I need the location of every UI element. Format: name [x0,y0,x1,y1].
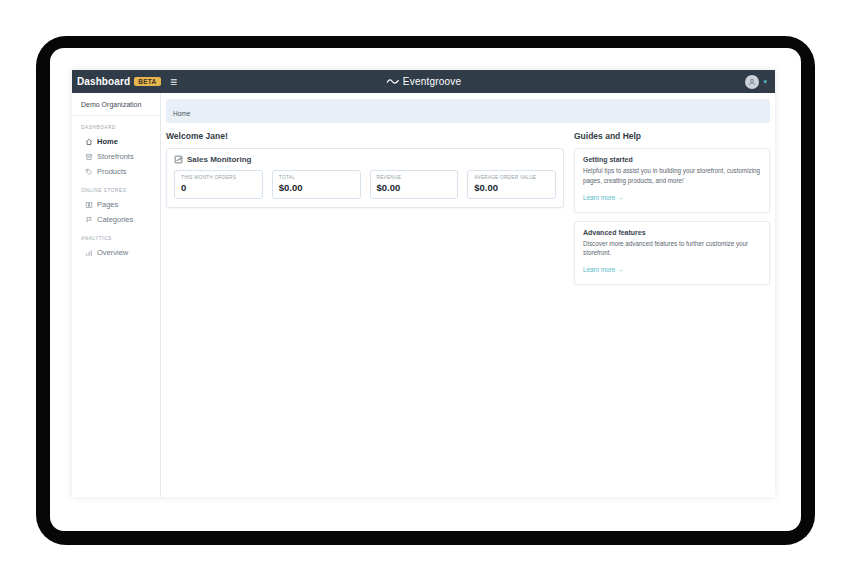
screen: Dashboard BETA ≡ Eventgroove [50,48,801,531]
tag-icon [85,168,93,176]
breadcrumb: Home [166,99,770,123]
sidebar-item-products[interactable]: Products [72,164,160,179]
sidebar-section-label: DASHBOARD [72,125,160,130]
navbar-right: ▾ [745,75,767,89]
welcome-heading: Welcome Jane! [166,131,564,141]
sidebar-item-label: Pages [97,200,118,209]
sidebar-item-overview[interactable]: Overview [72,245,160,260]
stat-label: AVERAGE ORDER VALUE [474,175,549,180]
app-body: Demo Organization DASHBOARD Home [72,93,775,497]
user-avatar-icon[interactable] [745,75,759,89]
stat-total: TOTAL $0.00 [272,170,361,199]
sidebar-item-label: Storefronts [97,152,134,161]
stat-value: $0.00 [377,182,452,193]
sidebar-section-online-stores: ONLINE STORES Pages [72,188,160,227]
stat-label: THIS MONTH ORDERS [181,175,256,180]
page: Dashboard BETA ≡ Eventgroove [0,0,851,577]
sidebar-item-storefronts[interactable]: Storefronts [72,149,160,164]
learn-more-link[interactable]: Learn more → [583,194,623,201]
sidebar-item-pages[interactable]: Pages [72,197,160,212]
chevron-down-icon[interactable]: ▾ [763,78,767,86]
beta-badge: BETA [134,77,160,87]
content-row: Welcome Jane! Sales Monitoring [166,131,770,293]
breadcrumb-item-home[interactable]: Home [173,110,190,117]
sidebar-section-analytics: ANALYTICS Overview [72,236,160,260]
brand-title: Dashboard [77,76,130,87]
stat-this-month-orders: THIS MONTH ORDERS 0 [174,170,263,199]
sales-monitoring-card: Sales Monitoring THIS MONTH ORDERS 0 [166,148,564,208]
pages-icon [85,201,93,209]
stat-revenue: REVENUE $0.00 [370,170,459,199]
sidebar: Demo Organization DASHBOARD Home [72,93,161,497]
sidebar-item-home[interactable]: Home [72,134,160,149]
guides-column: Guides and Help Getting started Helpful … [574,131,770,293]
sidebar-section-label: ANALYTICS [72,236,160,241]
guide-card-advanced-features: Advanced features Discover more advanced… [574,221,770,286]
guide-card-getting-started: Getting started Helpful tips to assist y… [574,148,770,213]
sidebar-item-label: Home [97,137,118,146]
guide-card-body: Helpful tips to assist you in building y… [583,166,761,186]
storefront-icon [85,153,93,161]
brand-home-link[interactable]: Dashboard BETA [77,76,163,87]
dashboard-app: Dashboard BETA ≡ Eventgroove [72,70,775,497]
device-frame: Dashboard BETA ≡ Eventgroove [36,36,815,545]
top-navbar: Dashboard BETA ≡ Eventgroove [72,70,775,93]
guide-card-title: Getting started [583,156,761,163]
sales-monitoring-header: Sales Monitoring [174,155,556,164]
guides-heading: Guides and Help [574,131,770,141]
welcome-column: Welcome Jane! Sales Monitoring [166,131,564,293]
category-icon [85,216,93,224]
stat-label: REVENUE [377,175,452,180]
stat-average-order-value: AVERAGE ORDER VALUE $0.00 [467,170,556,199]
eventgroove-logo: Eventgroove [386,70,461,93]
wave-icon [386,77,399,86]
sidebar-item-categories[interactable]: Categories [72,212,160,227]
logo-text: Eventgroove [403,76,461,87]
sidebar-section-label: ONLINE STORES [72,188,160,193]
home-icon [85,138,93,146]
sidebar-item-label: Products [97,167,127,176]
stat-value: $0.00 [279,182,354,193]
stats-row: THIS MONTH ORDERS 0 TOTAL $0.00 [174,170,556,199]
sidebar-item-label: Overview [97,248,128,257]
stat-label: TOTAL [279,175,354,180]
sidebar-section-dashboard: DASHBOARD Home [72,125,160,179]
stat-value: 0 [181,182,256,193]
sales-monitoring-title: Sales Monitoring [187,155,251,164]
guide-card-title: Advanced features [583,229,761,236]
sidebar-item-label: Categories [97,215,133,224]
org-name[interactable]: Demo Organization [72,93,160,116]
bar-chart-icon [85,249,93,257]
line-chart-icon [174,155,183,164]
learn-more-link[interactable]: Learn more → [583,266,623,273]
hamburger-menu-icon[interactable]: ≡ [170,76,177,88]
main-content: Home Welcome Jane! [161,93,775,497]
guide-card-body: Discover more advanced features to furth… [583,239,761,259]
stat-value: $0.00 [474,182,549,193]
